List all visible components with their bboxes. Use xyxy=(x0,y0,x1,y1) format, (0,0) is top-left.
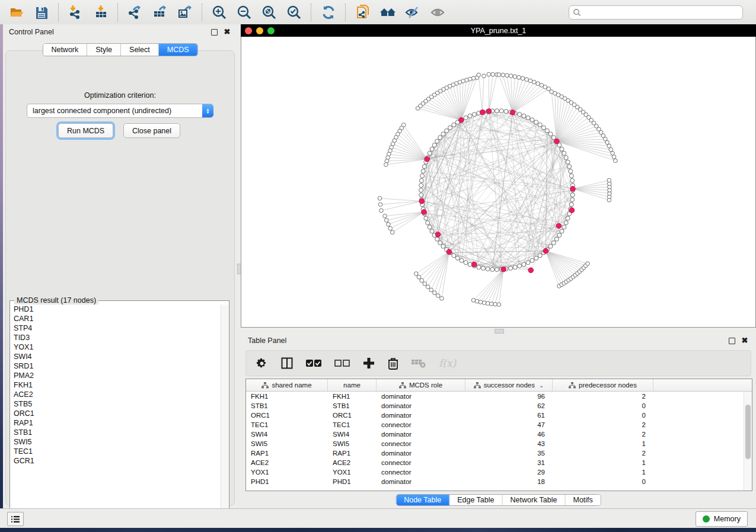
network-node[interactable] xyxy=(420,278,424,283)
cell-predecessor-nodes[interactable]: 1 xyxy=(553,469,653,476)
cell-shared-name[interactable]: ACE2 xyxy=(246,459,328,466)
cell-successor-nodes[interactable]: 61 xyxy=(465,412,553,419)
network-hub-node[interactable] xyxy=(459,117,464,123)
network-node[interactable] xyxy=(440,296,444,300)
network-node[interactable] xyxy=(388,226,393,230)
network-node[interactable] xyxy=(551,241,556,245)
network-hub-node[interactable] xyxy=(501,267,506,272)
mcds-list-scrollbar[interactable] xyxy=(221,305,228,520)
mcds-result-item[interactable]: GCR1 xyxy=(14,456,221,466)
network-node[interactable] xyxy=(477,73,481,77)
cell-successor-nodes[interactable]: 18 xyxy=(465,478,553,485)
table-row[interactable]: ORC1ORC1dominator610 xyxy=(246,411,752,420)
network-node[interactable] xyxy=(557,233,562,238)
network-node[interactable] xyxy=(551,136,556,140)
network-node[interactable] xyxy=(501,73,505,77)
network-node[interactable] xyxy=(517,75,521,79)
cell-successor-nodes[interactable]: 43 xyxy=(465,440,553,447)
network-node[interactable] xyxy=(378,197,382,201)
network-node[interactable] xyxy=(433,291,437,295)
network-hub-node[interactable] xyxy=(435,232,441,238)
cell-name[interactable]: TEC1 xyxy=(328,421,377,428)
column-header-MCDS-role[interactable]: MCDS role xyxy=(377,379,465,391)
network-node[interactable] xyxy=(432,143,436,147)
network-node[interactable] xyxy=(505,73,509,78)
network-node[interactable] xyxy=(554,237,559,241)
network-hub-node[interactable] xyxy=(570,186,576,191)
cell-mcds-role[interactable]: connector xyxy=(377,421,465,428)
mcds-result-item[interactable]: FKH1 xyxy=(14,380,221,390)
network-node[interactable] xyxy=(541,126,546,130)
network-node[interactable] xyxy=(566,160,570,164)
cell-mcds-role[interactable]: dominator xyxy=(377,393,465,400)
network-node[interactable] xyxy=(560,229,564,233)
cell-shared-name[interactable]: SWI5 xyxy=(246,440,328,447)
network-node[interactable] xyxy=(419,178,423,182)
network-node[interactable] xyxy=(445,129,449,133)
network-node[interactable] xyxy=(570,193,575,197)
network-node[interactable] xyxy=(428,225,432,229)
cell-successor-nodes[interactable]: 96 xyxy=(465,393,553,400)
mcds-result-item[interactable]: PMA2 xyxy=(14,371,221,380)
mcds-result-item[interactable]: ACE2 xyxy=(14,390,221,399)
tab-network[interactable]: Network xyxy=(43,44,87,56)
network-node[interactable] xyxy=(419,193,423,197)
network-node[interactable] xyxy=(495,268,499,272)
network-node[interactable] xyxy=(530,258,534,262)
network-node[interactable] xyxy=(532,80,537,84)
network-node[interactable] xyxy=(536,82,540,86)
network-node[interactable] xyxy=(472,113,476,117)
cell-name[interactable]: FKH1 xyxy=(328,393,377,400)
table-row[interactable]: TEC1TEC1connector472 xyxy=(246,420,752,430)
mcds-result-item[interactable]: CAR1 xyxy=(14,314,221,323)
zoom-in-icon[interactable] xyxy=(211,4,228,21)
cell-predecessor-nodes[interactable]: 0 xyxy=(553,402,653,409)
run-mcds-button[interactable]: Run MCDS xyxy=(58,123,113,138)
cell-shared-name[interactable]: ORC1 xyxy=(246,412,328,419)
import-network-icon[interactable] xyxy=(68,4,84,21)
mcds-result-item[interactable]: STB5 xyxy=(14,399,221,409)
tab-mcds[interactable]: MCDS xyxy=(159,44,197,56)
network-node[interactable] xyxy=(436,294,441,298)
network-node[interactable] xyxy=(384,163,388,167)
cell-successor-nodes[interactable]: 31 xyxy=(465,459,553,466)
cell-name[interactable]: PHD1 xyxy=(328,478,377,485)
network-node[interactable] xyxy=(385,219,389,223)
memory-button[interactable]: Memory xyxy=(696,511,748,527)
network-node[interactable] xyxy=(448,126,452,130)
mcds-result-item[interactable]: STB1 xyxy=(14,428,221,437)
network-node[interactable] xyxy=(420,174,425,178)
export-image-icon[interactable] xyxy=(177,4,193,21)
network-node[interactable] xyxy=(509,74,513,78)
clone-network-icon[interactable] xyxy=(355,4,371,21)
network-hub-node[interactable] xyxy=(528,268,534,273)
network-node[interactable] xyxy=(486,302,490,306)
tab-network-table[interactable]: Network Table xyxy=(503,495,566,505)
column-header-name[interactable]: name xyxy=(328,379,377,391)
network-node[interactable] xyxy=(487,72,491,76)
network-node[interactable] xyxy=(482,301,486,305)
network-node[interactable] xyxy=(518,264,522,268)
network-node[interactable] xyxy=(479,300,483,305)
show-all-icon[interactable] xyxy=(429,4,446,21)
search-field[interactable] xyxy=(569,5,743,20)
network-hub-node[interactable] xyxy=(543,248,548,254)
network-node[interactable] xyxy=(419,183,423,187)
network-node[interactable] xyxy=(414,272,419,276)
network-node[interactable] xyxy=(612,155,616,159)
delete-icon[interactable] xyxy=(388,355,398,371)
zoom-out-icon[interactable] xyxy=(236,4,253,21)
cell-name[interactable]: ACE2 xyxy=(328,459,377,466)
table-row[interactable]: STB1STB1dominator620 xyxy=(246,401,752,411)
network-node[interactable] xyxy=(504,110,508,114)
column-header-successor-nodes[interactable]: successor nodes⌄ xyxy=(465,379,553,391)
horizontal-splitter[interactable] xyxy=(241,328,756,334)
mcds-result-item[interactable]: SRD1 xyxy=(14,361,221,371)
network-node[interactable] xyxy=(569,174,573,178)
network-node[interactable] xyxy=(562,225,566,229)
network-node[interactable] xyxy=(486,267,490,271)
network-node[interactable] xyxy=(570,198,575,202)
network-node[interactable] xyxy=(607,178,611,182)
network-node[interactable] xyxy=(525,78,529,82)
network-node[interactable] xyxy=(421,169,425,173)
